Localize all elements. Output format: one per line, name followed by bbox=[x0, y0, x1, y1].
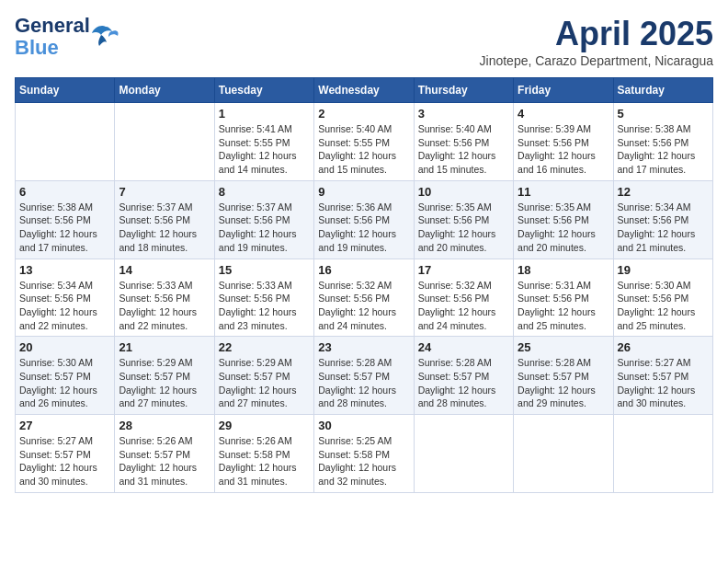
day-header-tuesday: Tuesday bbox=[214, 78, 313, 103]
day-info: Sunrise: 5:27 AM Sunset: 5:57 PM Dayligh… bbox=[19, 434, 110, 488]
day-number: 19 bbox=[618, 263, 709, 277]
page-header: GeneralBlue April 2025 Jinotepe, Carazo … bbox=[15, 15, 713, 68]
day-header-thursday: Thursday bbox=[414, 78, 513, 103]
day-number: 8 bbox=[219, 185, 310, 199]
day-info: Sunrise: 5:28 AM Sunset: 5:57 PM Dayligh… bbox=[418, 356, 509, 410]
day-number: 24 bbox=[418, 340, 509, 354]
day-info: Sunrise: 5:28 AM Sunset: 5:57 PM Dayligh… bbox=[518, 356, 609, 410]
calendar-cell: 2Sunrise: 5:40 AM Sunset: 5:55 PM Daylig… bbox=[314, 103, 414, 181]
day-info: Sunrise: 5:32 AM Sunset: 5:56 PM Dayligh… bbox=[318, 279, 409, 333]
day-info: Sunrise: 5:28 AM Sunset: 5:57 PM Dayligh… bbox=[318, 356, 409, 410]
day-number: 20 bbox=[19, 340, 110, 354]
calendar-cell: 26Sunrise: 5:27 AM Sunset: 5:57 PM Dayli… bbox=[613, 337, 712, 415]
calendar-cell: 25Sunrise: 5:28 AM Sunset: 5:57 PM Dayli… bbox=[514, 337, 613, 415]
calendar-cell: 19Sunrise: 5:30 AM Sunset: 5:56 PM Dayli… bbox=[613, 259, 712, 337]
day-info: Sunrise: 5:36 AM Sunset: 5:56 PM Dayligh… bbox=[318, 201, 409, 255]
day-number: 3 bbox=[418, 107, 509, 121]
calendar-week-row: 27Sunrise: 5:27 AM Sunset: 5:57 PM Dayli… bbox=[16, 415, 713, 493]
calendar-cell bbox=[115, 103, 214, 181]
day-number: 23 bbox=[318, 340, 409, 354]
day-number: 18 bbox=[518, 263, 609, 277]
day-info: Sunrise: 5:40 AM Sunset: 5:56 PM Dayligh… bbox=[418, 122, 509, 177]
day-header-monday: Monday bbox=[115, 78, 214, 103]
day-number: 9 bbox=[318, 185, 409, 199]
calendar-cell: 1Sunrise: 5:41 AM Sunset: 5:55 PM Daylig… bbox=[214, 103, 313, 181]
day-info: Sunrise: 5:30 AM Sunset: 5:57 PM Dayligh… bbox=[19, 356, 110, 410]
day-number: 27 bbox=[19, 419, 110, 432]
calendar-week-row: 1Sunrise: 5:41 AM Sunset: 5:55 PM Daylig… bbox=[16, 103, 713, 181]
day-info: Sunrise: 5:29 AM Sunset: 5:57 PM Dayligh… bbox=[219, 356, 310, 410]
calendar-cell bbox=[613, 415, 712, 493]
logo-text: GeneralBlue bbox=[15, 15, 90, 59]
day-number: 29 bbox=[219, 419, 310, 432]
day-number: 25 bbox=[518, 340, 609, 354]
day-info: Sunrise: 5:30 AM Sunset: 5:56 PM Dayligh… bbox=[618, 279, 709, 333]
day-number: 11 bbox=[518, 185, 609, 199]
day-info: Sunrise: 5:27 AM Sunset: 5:57 PM Dayligh… bbox=[618, 356, 709, 410]
day-info: Sunrise: 5:29 AM Sunset: 5:57 PM Dayligh… bbox=[119, 356, 210, 410]
day-info: Sunrise: 5:33 AM Sunset: 5:56 PM Dayligh… bbox=[119, 279, 210, 333]
calendar-cell: 16Sunrise: 5:32 AM Sunset: 5:56 PM Dayli… bbox=[314, 259, 414, 337]
calendar-cell: 3Sunrise: 5:40 AM Sunset: 5:56 PM Daylig… bbox=[414, 103, 513, 181]
day-info: Sunrise: 5:33 AM Sunset: 5:56 PM Dayligh… bbox=[219, 279, 310, 333]
calendar-cell: 11Sunrise: 5:35 AM Sunset: 5:56 PM Dayli… bbox=[514, 180, 613, 259]
calendar-cell: 27Sunrise: 5:27 AM Sunset: 5:57 PM Dayli… bbox=[16, 415, 115, 493]
day-number: 26 bbox=[618, 340, 709, 354]
day-number: 30 bbox=[318, 419, 409, 432]
day-info: Sunrise: 5:26 AM Sunset: 5:57 PM Dayligh… bbox=[119, 434, 210, 488]
day-info: Sunrise: 5:34 AM Sunset: 5:56 PM Dayligh… bbox=[618, 201, 709, 255]
day-number: 28 bbox=[119, 419, 210, 432]
day-info: Sunrise: 5:35 AM Sunset: 5:56 PM Dayligh… bbox=[518, 201, 609, 255]
day-number: 12 bbox=[618, 185, 709, 199]
day-info: Sunrise: 5:32 AM Sunset: 5:56 PM Dayligh… bbox=[418, 279, 509, 333]
calendar-cell: 29Sunrise: 5:26 AM Sunset: 5:58 PM Dayli… bbox=[214, 415, 313, 493]
day-number: 1 bbox=[219, 107, 310, 121]
day-number: 21 bbox=[119, 340, 210, 354]
day-number: 6 bbox=[19, 185, 110, 199]
day-number: 15 bbox=[219, 263, 310, 277]
day-number: 17 bbox=[418, 263, 509, 277]
calendar-cell bbox=[16, 103, 115, 181]
day-info: Sunrise: 5:41 AM Sunset: 5:55 PM Dayligh… bbox=[219, 122, 310, 177]
month-year-title: April 2025 bbox=[480, 15, 713, 53]
calendar-cell: 4Sunrise: 5:39 AM Sunset: 5:56 PM Daylig… bbox=[514, 103, 613, 181]
calendar-cell: 10Sunrise: 5:35 AM Sunset: 5:56 PM Dayli… bbox=[414, 180, 513, 259]
calendar-cell: 6Sunrise: 5:38 AM Sunset: 5:56 PM Daylig… bbox=[16, 180, 115, 259]
title-section: April 2025 Jinotepe, Carazo Department, … bbox=[480, 15, 713, 68]
day-header-saturday: Saturday bbox=[613, 78, 712, 103]
day-info: Sunrise: 5:40 AM Sunset: 5:55 PM Dayligh… bbox=[318, 122, 409, 177]
calendar-cell: 28Sunrise: 5:26 AM Sunset: 5:57 PM Dayli… bbox=[115, 415, 214, 493]
calendar-cell: 23Sunrise: 5:28 AM Sunset: 5:57 PM Dayli… bbox=[314, 337, 414, 415]
calendar-cell: 20Sunrise: 5:30 AM Sunset: 5:57 PM Dayli… bbox=[16, 337, 115, 415]
day-number: 4 bbox=[518, 107, 609, 121]
calendar-cell: 18Sunrise: 5:31 AM Sunset: 5:56 PM Dayli… bbox=[514, 259, 613, 337]
calendar-cell: 5Sunrise: 5:38 AM Sunset: 5:56 PM Daylig… bbox=[613, 103, 712, 181]
calendar-week-row: 20Sunrise: 5:30 AM Sunset: 5:57 PM Dayli… bbox=[16, 337, 713, 415]
day-info: Sunrise: 5:38 AM Sunset: 5:56 PM Dayligh… bbox=[618, 122, 709, 177]
day-info: Sunrise: 5:35 AM Sunset: 5:56 PM Dayligh… bbox=[418, 201, 509, 255]
day-number: 10 bbox=[418, 185, 509, 199]
day-info: Sunrise: 5:39 AM Sunset: 5:56 PM Dayligh… bbox=[518, 122, 609, 177]
day-header-sunday: Sunday bbox=[16, 78, 115, 103]
location-subtitle: Jinotepe, Carazo Department, Nicaragua bbox=[480, 53, 713, 68]
calendar-cell: 17Sunrise: 5:32 AM Sunset: 5:56 PM Dayli… bbox=[414, 259, 513, 337]
day-number: 5 bbox=[618, 107, 709, 121]
day-header-wednesday: Wednesday bbox=[314, 78, 414, 103]
day-number: 13 bbox=[19, 263, 110, 277]
calendar-week-row: 6Sunrise: 5:38 AM Sunset: 5:56 PM Daylig… bbox=[16, 180, 713, 259]
day-number: 14 bbox=[119, 263, 210, 277]
calendar-cell: 22Sunrise: 5:29 AM Sunset: 5:57 PM Dayli… bbox=[214, 337, 313, 415]
day-info: Sunrise: 5:26 AM Sunset: 5:58 PM Dayligh… bbox=[219, 434, 310, 488]
day-info: Sunrise: 5:31 AM Sunset: 5:56 PM Dayligh… bbox=[518, 279, 609, 333]
calendar-cell: 12Sunrise: 5:34 AM Sunset: 5:56 PM Dayli… bbox=[613, 180, 712, 259]
calendar-cell: 14Sunrise: 5:33 AM Sunset: 5:56 PM Dayli… bbox=[115, 259, 214, 337]
calendar-week-row: 13Sunrise: 5:34 AM Sunset: 5:56 PM Dayli… bbox=[16, 259, 713, 337]
day-info: Sunrise: 5:34 AM Sunset: 5:56 PM Dayligh… bbox=[19, 279, 110, 333]
calendar-cell: 21Sunrise: 5:29 AM Sunset: 5:57 PM Dayli… bbox=[115, 337, 214, 415]
calendar-cell bbox=[514, 415, 613, 493]
calendar-header-row: SundayMondayTuesdayWednesdayThursdayFrid… bbox=[16, 78, 713, 103]
calendar-table: SundayMondayTuesdayWednesdayThursdayFrid… bbox=[15, 77, 713, 493]
day-info: Sunrise: 5:38 AM Sunset: 5:56 PM Dayligh… bbox=[19, 201, 110, 255]
calendar-cell: 7Sunrise: 5:37 AM Sunset: 5:56 PM Daylig… bbox=[115, 180, 214, 259]
calendar-cell: 30Sunrise: 5:25 AM Sunset: 5:58 PM Dayli… bbox=[314, 415, 414, 493]
